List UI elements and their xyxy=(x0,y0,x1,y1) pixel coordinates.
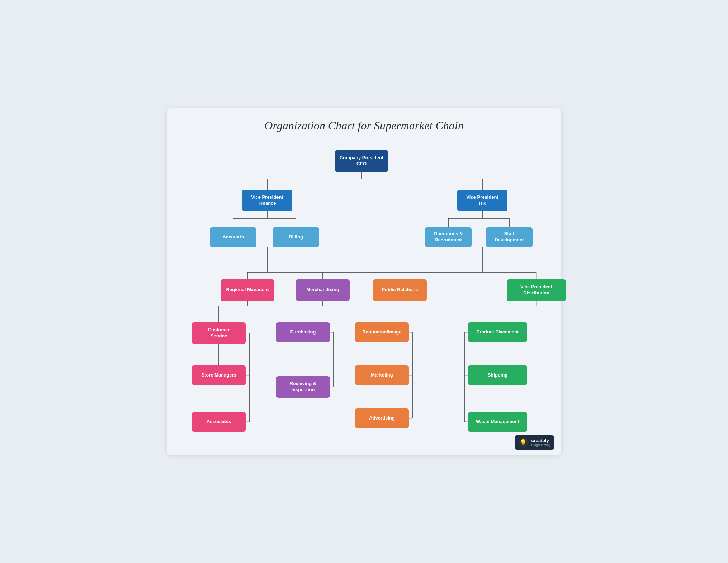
node-receiving-inspection: Recieving & Inspection xyxy=(276,376,330,398)
node-shipping: Shipping xyxy=(468,365,527,385)
node-associates: Associates xyxy=(192,412,246,432)
node-regional-managers: Regional Managers xyxy=(221,279,274,301)
node-ceo: Company President CEO xyxy=(335,150,388,172)
creately-sublabel: Diagramming xyxy=(531,443,550,447)
node-ops-recruitment: Operations & Recruitment xyxy=(425,227,472,247)
node-marketing: Marketing xyxy=(355,365,409,385)
creately-logo: 💡 creately Diagramming xyxy=(515,435,554,450)
node-store-managers: Store Managers xyxy=(192,365,246,385)
creately-label: creately xyxy=(531,438,550,444)
node-product-placement: Product Placement xyxy=(468,322,527,342)
chart-container: Organization Chart for Supermarket Chain… xyxy=(167,108,561,455)
node-vp-hr: Vice President HR xyxy=(457,190,507,211)
node-public-relations: Public Relations xyxy=(373,279,427,301)
node-merchandising: Merchandising xyxy=(296,279,350,301)
creately-bulb-icon: 💡 xyxy=(518,437,528,448)
node-waste-management: Waste Management xyxy=(468,412,527,432)
node-billing: Billing xyxy=(273,227,319,247)
node-staff-development: Staff Development xyxy=(486,227,533,247)
chart-title: Organization Chart for Supermarket Chain xyxy=(181,119,547,132)
node-customer-service: Customer Service xyxy=(192,322,246,344)
node-vp-distribution: Vice President Distribution xyxy=(507,279,566,301)
node-vp-finance: Vice President Finance xyxy=(242,190,292,211)
node-reputation-image: Reputation/Image xyxy=(355,322,409,342)
node-purchasing: Purchasing xyxy=(276,322,330,342)
node-accounts: Accounts xyxy=(210,227,256,247)
node-advertising: Advertising xyxy=(355,408,409,428)
